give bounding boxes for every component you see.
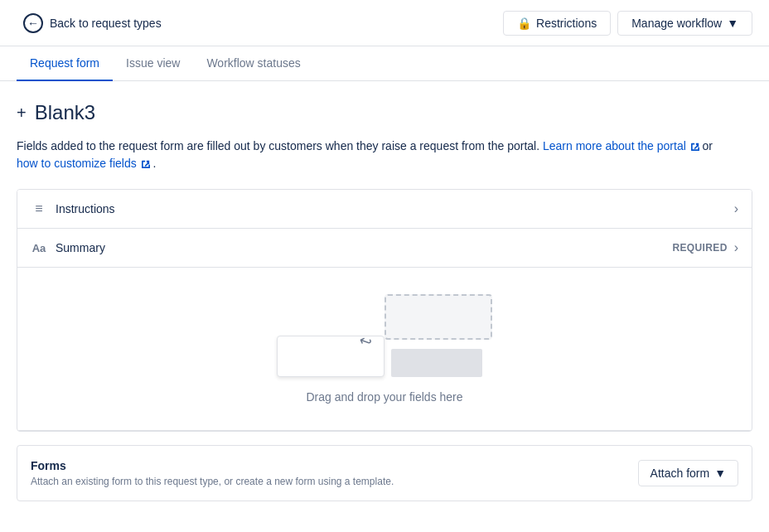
manage-workflow-label: Manage workflow [631, 17, 722, 30]
summary-row[interactable]: Aa Summary REQUIRED › [17, 229, 752, 268]
restrictions-label: Restrictions [536, 17, 597, 30]
restrictions-button[interactable]: 🔒 Restrictions [503, 11, 611, 36]
tab-issue-view[interactable]: Issue view [113, 46, 193, 81]
summary-icon: Aa [31, 242, 47, 254]
drag-shadow2 [391, 360, 482, 377]
drag-drop-text: Drag and drop your fields here [306, 390, 462, 404]
required-badge: REQUIRED [672, 242, 727, 254]
chevron-down-icon: ▼ [727, 17, 738, 30]
forms-info: Forms Attach an existing form to this re… [31, 459, 394, 487]
forms-title: Forms [31, 459, 394, 472]
drag-box-back [384, 294, 492, 340]
chevron-down-icon2: ▼ [714, 467, 726, 480]
external-link-icon2 [142, 160, 150, 168]
attach-form-label: Attach form [651, 467, 710, 480]
description-prefix: Fields added to the request form are fil… [17, 139, 539, 152]
attach-form-button[interactable]: Attach form ▼ [638, 460, 738, 486]
tab-request-form[interactable]: Request form [17, 46, 113, 81]
chevron-right-icon2: › [734, 240, 738, 255]
summary-label: Summary [56, 241, 672, 254]
form-fields-area: ≡ Instructions › Aa Summary REQUIRED › ↩ [17, 189, 752, 432]
instructions-icon: ≡ [31, 201, 47, 216]
description-separator: or [703, 139, 713, 152]
tabs-bar: Request form Issue view Workflow statuse… [0, 46, 769, 81]
lock-icon: 🔒 [517, 17, 531, 30]
forms-description: Attach an existing form to this request … [31, 476, 394, 487]
plus-icon: + [17, 104, 27, 123]
chevron-right-icon: › [734, 201, 738, 216]
manage-workflow-button[interactable]: Manage workflow ▼ [617, 11, 752, 36]
instructions-label: Instructions [56, 202, 734, 215]
header-actions: 🔒 Restrictions Manage workflow ▼ [503, 11, 752, 36]
header: ← Back to request types 🔒 Restrictions M… [0, 0, 769, 46]
drag-illustration: ↩ [277, 294, 492, 377]
instructions-row[interactable]: ≡ Instructions › [17, 190, 752, 229]
external-link-icon [691, 143, 699, 151]
learn-more-link[interactable]: Learn more about the portal [543, 139, 703, 152]
back-button[interactable]: ← Back to request types [17, 10, 168, 36]
forms-section: Forms Attach an existing form to this re… [17, 445, 752, 501]
back-arrow-icon: ← [23, 13, 43, 33]
back-label: Back to request types [50, 17, 162, 30]
main-content: + Blank3 Fields added to the request for… [0, 81, 769, 532]
description: Fields added to the request form are fil… [17, 138, 752, 172]
drag-drop-area: ↩ Drag and drop your fields here [17, 268, 752, 431]
page-title: Blank3 [35, 101, 95, 124]
page-title-row: + Blank3 [17, 101, 752, 124]
tab-workflow-statuses[interactable]: Workflow statuses [193, 46, 313, 81]
customize-fields-link[interactable]: how to customize fields [17, 157, 153, 170]
